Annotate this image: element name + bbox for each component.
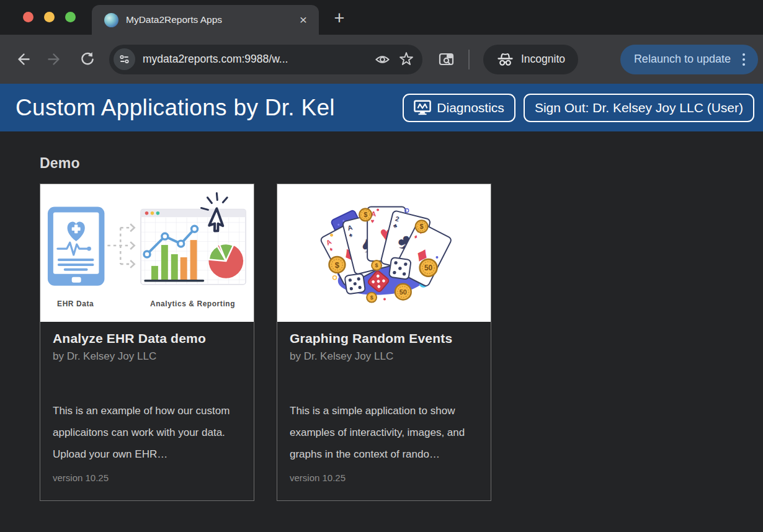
- url-text[interactable]: mydata2reports.com:9988/w...: [143, 53, 366, 66]
- diagnostics-label: Diagnostics: [437, 100, 504, 115]
- sign-out-label: Sign Out: Dr. Kelsey Joy LLC (User): [535, 100, 743, 115]
- tab-strip: MyData2Reports Apps × +: [0, 0, 763, 35]
- browser-tab[interactable]: MyData2Reports Apps ×: [92, 5, 319, 35]
- svg-text:$: $: [375, 262, 378, 268]
- site-settings-button[interactable]: [114, 48, 135, 70]
- fifty-coin-icon: 50: [395, 284, 411, 300]
- cards-dice-coins-illustration: A ♦ ♦ A ♠ ♠ A ♥ ♥: [277, 184, 491, 322]
- section-title: Demo: [40, 155, 763, 172]
- tablet-ehr-icon: [48, 206, 104, 285]
- app-title: Analyze EHR Data demo: [53, 331, 241, 346]
- app-title: Graphing Random Events: [290, 331, 478, 346]
- incognito-badge: Incognito: [483, 45, 578, 74]
- app-card-illustration: A ♦ ♦ A ♠ ♠ A ♥ ♥: [277, 184, 491, 322]
- app-description: This is a simple application to show exa…: [290, 400, 478, 465]
- bookmark-star-button[interactable]: [399, 52, 414, 66]
- site-settings-icon: [118, 53, 130, 65]
- forward-button[interactable]: [41, 46, 68, 73]
- toolbar-divider: [468, 50, 470, 69]
- app-description: This is an example of how our custom app…: [53, 400, 241, 465]
- address-bar[interactable]: mydata2reports.com:9988/w...: [109, 45, 422, 74]
- back-button[interactable]: [9, 46, 36, 73]
- preview-eye-button[interactable]: [375, 53, 390, 66]
- app-card-graphing-random-events[interactable]: A ♦ ♦ A ♠ ♠ A ♥ ♥: [277, 184, 491, 501]
- dollar-coin-icon: $: [416, 220, 428, 233]
- traffic-light-close-button[interactable]: [23, 12, 33, 22]
- page-header: Custom Applications by Dr. Kel Diagnosti…: [0, 84, 763, 131]
- svg-text:$: $: [420, 223, 424, 230]
- dollar-coin-icon: $: [367, 293, 377, 303]
- white-die-icon: [344, 273, 365, 295]
- page-title: Custom Applications by Dr. Kel: [16, 95, 395, 121]
- tab-title: MyData2Reports Apps: [126, 14, 294, 25]
- relaunch-to-update-button[interactable]: Relaunch to update: [620, 45, 758, 74]
- svg-text:$: $: [335, 260, 339, 270]
- svg-text:$: $: [364, 211, 367, 218]
- new-tab-button[interactable]: +: [328, 6, 351, 30]
- incognito-label: Incognito: [521, 53, 565, 66]
- app-card-illustration: EHR Data Analytics & Reporting: [40, 184, 254, 322]
- app-gallery: Demo: [0, 131, 763, 501]
- app-author: by Dr. Kelsey Joy LLC: [53, 350, 241, 363]
- fifty-coin-icon: 50: [420, 259, 437, 277]
- forward-arrow-icon: [47, 51, 63, 68]
- star-icon: [399, 52, 414, 66]
- eye-icon: [375, 53, 390, 66]
- app-version: version 10.25: [53, 472, 241, 483]
- data-flow-arrows-icon: [107, 224, 134, 268]
- traffic-light-zoom-button[interactable]: [65, 12, 76, 22]
- diagnostics-button[interactable]: Diagnostics: [403, 94, 515, 122]
- white-die-icon: [389, 257, 411, 280]
- relaunch-label: Relaunch to update: [634, 53, 731, 66]
- incognito-icon: [496, 51, 514, 67]
- browser-menu-button[interactable]: [734, 49, 753, 70]
- svg-text:♥: ♥: [371, 218, 375, 224]
- illustration-label-right: Analytics & Reporting: [150, 299, 235, 308]
- kebab-menu-icon: [743, 53, 745, 56]
- dollar-coin-icon: $: [329, 257, 346, 273]
- svg-text:50: 50: [399, 288, 407, 296]
- ehr-analytics-illustration: EHR Data Analytics & Reporting: [40, 184, 254, 322]
- reload-button[interactable]: [73, 46, 100, 73]
- tab-search-button[interactable]: [439, 51, 455, 67]
- dollar-coin-icon: $: [372, 260, 382, 270]
- monitor-diagnostics-icon: [414, 100, 431, 115]
- back-arrow-icon: [14, 51, 31, 68]
- svg-text:$: $: [370, 295, 373, 301]
- sign-out-button[interactable]: Sign Out: Dr. Kelsey Joy LLC (User): [524, 94, 754, 122]
- browser-toolbar: mydata2reports.com:9988/w...: [0, 35, 763, 84]
- app-card-analyze-ehr[interactable]: EHR Data Analytics & Reporting Analyze E…: [40, 184, 254, 501]
- illustration-label-left: EHR Data: [57, 299, 94, 308]
- app-version: version 10.25: [290, 472, 478, 483]
- svg-text:50: 50: [424, 264, 433, 272]
- tab-search-icon: [439, 51, 455, 67]
- reload-icon: [79, 51, 96, 68]
- traffic-light-minimize-button[interactable]: [44, 12, 55, 22]
- site-favicon-icon: [104, 13, 118, 27]
- analytics-window-icon: [141, 209, 246, 284]
- app-author: by Dr. Kelsey Joy LLC: [290, 350, 478, 363]
- dollar-coin-icon: $: [359, 208, 372, 221]
- tab-close-icon[interactable]: ×: [294, 11, 313, 29]
